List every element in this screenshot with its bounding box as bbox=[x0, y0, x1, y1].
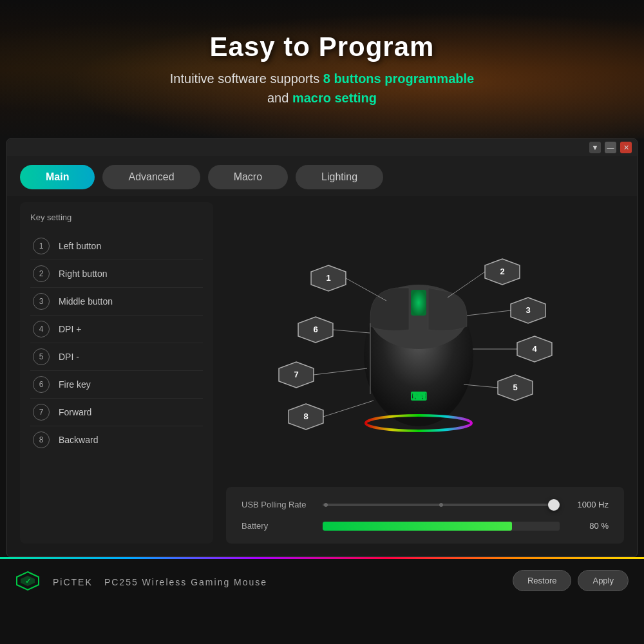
key-item-8[interactable]: 8 Backward bbox=[30, 426, 203, 453]
key-item-5[interactable]: 5 DPI - bbox=[30, 343, 203, 371]
svg-text:6: 6 bbox=[313, 325, 317, 334]
key-label-3: Middle button bbox=[59, 296, 113, 307]
svg-text:7: 7 bbox=[294, 370, 298, 379]
key-label-5: DPI - bbox=[59, 352, 79, 362]
svg-text:8: 8 bbox=[303, 412, 308, 421]
key-item-3[interactable]: 3 Middle button bbox=[30, 288, 203, 316]
key-settings-title: Key setting bbox=[30, 213, 203, 222]
filter-button[interactable]: ▼ bbox=[589, 142, 601, 153]
svg-text:⌨: ⌨ bbox=[410, 390, 427, 403]
key-label-6: Fire key bbox=[59, 379, 91, 390]
svg-text:4: 4 bbox=[532, 344, 537, 354]
key-settings-panel: Key setting 1 Left button 2 Right button… bbox=[20, 202, 213, 544]
key-item-2[interactable]: 2 Right button bbox=[30, 260, 203, 288]
svg-rect-2 bbox=[411, 290, 426, 316]
close-button[interactable]: ✕ bbox=[620, 142, 632, 153]
brand-product: PC255 Wireless Gaming Mouse bbox=[104, 577, 267, 587]
app-window: ▼ — ✕ Main Advanced Macro Lighting Key s… bbox=[6, 138, 638, 557]
hero-title: Easy to Program bbox=[210, 32, 435, 62]
tab-bar: Main Advanced Macro Lighting bbox=[7, 156, 637, 196]
tab-macro[interactable]: Macro bbox=[208, 165, 288, 189]
key-label-8: Backward bbox=[59, 435, 98, 445]
key-num-6: 6 bbox=[33, 376, 50, 393]
tab-lighting[interactable]: Lighting bbox=[296, 165, 383, 189]
right-panel: ⌨ 1 2 3 4 bbox=[226, 202, 624, 544]
key-label-1: Left button bbox=[59, 241, 101, 251]
key-list: 1 Left button 2 Right button 3 Middle bu… bbox=[30, 232, 203, 453]
hero-highlight-1: 8 buttons programmable bbox=[323, 71, 474, 86]
polling-rate-row: USB Polling Rate 1000 Hz bbox=[242, 500, 609, 509]
svg-text:3: 3 bbox=[526, 305, 530, 315]
key-num-1: 1 bbox=[33, 238, 50, 254]
hero-subtitle-mid: and bbox=[267, 91, 292, 105]
key-item-1[interactable]: 1 Left button bbox=[30, 232, 203, 260]
svg-line-20 bbox=[464, 384, 498, 388]
hero-section: Easy to Program Intuitive software suppo… bbox=[0, 0, 644, 138]
title-bar: ▼ — ✕ bbox=[7, 139, 637, 156]
svg-line-23 bbox=[333, 330, 370, 333]
svg-text:2: 2 bbox=[500, 267, 504, 276]
info-panel: USB Polling Rate 1000 Hz Battery bbox=[226, 487, 624, 544]
tab-main[interactable]: Main bbox=[20, 165, 95, 189]
key-label-2: Right button bbox=[59, 269, 108, 279]
key-label-7: Forward bbox=[59, 407, 91, 417]
dot-1 bbox=[324, 503, 328, 507]
svg-line-14 bbox=[467, 310, 511, 316]
svg-line-26 bbox=[314, 368, 367, 375]
minimize-button[interactable]: — bbox=[605, 142, 616, 153]
key-num-7: 7 bbox=[33, 404, 50, 421]
tab-advanced[interactable]: Advanced bbox=[102, 165, 200, 189]
svg-text:✓: ✓ bbox=[25, 577, 31, 585]
key-num-5: 5 bbox=[33, 348, 50, 365]
dot-2 bbox=[439, 503, 443, 507]
polling-value: 1000 Hz bbox=[570, 500, 609, 509]
slider-dots bbox=[323, 503, 560, 507]
key-item-4[interactable]: 4 DPI + bbox=[30, 316, 203, 343]
brand-name: PiCTEK PC255 Wireless Gaming Mouse bbox=[46, 573, 267, 589]
svg-line-8 bbox=[346, 278, 386, 301]
battery-row: Battery 80 % bbox=[242, 521, 609, 531]
brand: ✓ PiCTEK PC255 Wireless Gaming Mouse bbox=[15, 571, 267, 591]
key-item-6[interactable]: 6 Fire key bbox=[30, 371, 203, 399]
mouse-diagram: ⌨ 1 2 3 4 bbox=[226, 202, 624, 477]
svg-line-29 bbox=[323, 401, 374, 417]
hero-highlight-2: macro setting bbox=[292, 91, 377, 105]
battery-label: Battery bbox=[242, 521, 312, 531]
polling-thumb[interactable] bbox=[548, 499, 560, 511]
content-area: Key setting 1 Left button 2 Right button… bbox=[7, 196, 637, 556]
battery-fill bbox=[323, 522, 512, 531]
restore-button[interactable]: Restore bbox=[513, 570, 572, 591]
mouse-diagram-svg: ⌨ 1 2 3 4 bbox=[245, 233, 605, 446]
key-item-7[interactable]: 7 Forward bbox=[30, 399, 203, 426]
svg-text:1: 1 bbox=[326, 273, 330, 283]
brand-logo-icon: ✓ bbox=[15, 571, 40, 591]
hero-subtitle: Intuitive software supports 8 buttons pr… bbox=[170, 69, 474, 108]
footer: ✓ PiCTEK PC255 Wireless Gaming Mouse Res… bbox=[0, 557, 644, 602]
key-num-4: 4 bbox=[33, 321, 50, 337]
key-label-4: DPI + bbox=[59, 324, 81, 334]
footer-buttons: Restore Apply bbox=[513, 570, 629, 591]
apply-button[interactable]: Apply bbox=[578, 570, 629, 591]
hero-subtitle-plain: Intuitive software supports bbox=[170, 71, 323, 86]
polling-label: USB Polling Rate bbox=[242, 500, 312, 509]
key-num-8: 8 bbox=[33, 431, 50, 448]
key-num-2: 2 bbox=[33, 265, 50, 282]
brand-name-pictek: PiCTEK bbox=[53, 577, 93, 587]
battery-track bbox=[323, 522, 560, 531]
svg-text:5: 5 bbox=[513, 383, 517, 392]
battery-value: 80 % bbox=[570, 521, 609, 531]
polling-slider[interactable] bbox=[323, 504, 560, 506]
svg-line-11 bbox=[448, 272, 485, 298]
key-num-3: 3 bbox=[33, 293, 50, 310]
